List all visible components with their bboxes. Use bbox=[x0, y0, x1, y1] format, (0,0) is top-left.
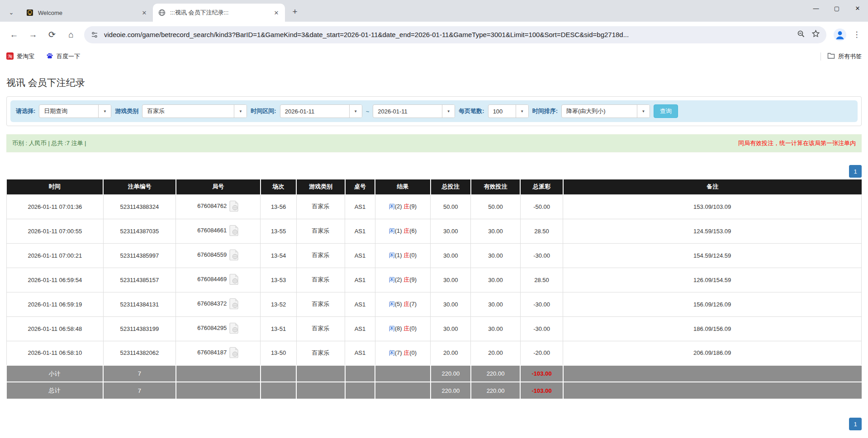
cell-total-bet: 50.00 bbox=[431, 194, 471, 219]
summary-valid-bet: 220.00 bbox=[471, 365, 521, 382]
cell-total-bet: 30.00 bbox=[431, 268, 471, 292]
date-start-select[interactable]: 2026-01-11 ▼ bbox=[280, 104, 362, 118]
chevron-down-icon[interactable]: ▼ bbox=[349, 105, 362, 118]
video-replay-icon[interactable] bbox=[229, 298, 239, 311]
cell-payout: 28.50 bbox=[520, 219, 563, 243]
chevron-down-icon[interactable]: ▼ bbox=[637, 105, 650, 118]
summary-bar: 币别 : 人民币 | 总共 :7 注单 | 同局有效投注，统一计算在该局第一张注… bbox=[6, 134, 862, 152]
video-replay-icon[interactable] bbox=[229, 322, 239, 335]
cell-session: 13-55 bbox=[261, 219, 296, 243]
summary-count: 7 bbox=[103, 382, 176, 399]
top-pagination: 1 bbox=[6, 165, 862, 178]
window-minimize-button[interactable]: — bbox=[806, 0, 826, 16]
tab-search-button[interactable]: ⌄ bbox=[4, 5, 19, 20]
reload-icon[interactable]: ⟳ bbox=[44, 27, 60, 42]
all-bookmarks-button[interactable]: 所有书签 bbox=[827, 52, 862, 61]
cell-result: 闲(1) 庄(0) bbox=[375, 243, 431, 268]
cell-bet-id: 523114382062 bbox=[103, 341, 176, 365]
cell-time: 2026-01-11 06:58:48 bbox=[7, 316, 104, 341]
browser-menu-icon[interactable]: ⋮ bbox=[850, 28, 863, 42]
chevron-down-icon[interactable]: ▼ bbox=[442, 105, 455, 118]
bet-record-table: 时间注单编号局号场次游戏类别桌号结果总投注有效投注总派彩备注 2026-01-1… bbox=[6, 179, 862, 399]
new-tab-button[interactable]: + bbox=[289, 5, 301, 18]
page-1-button[interactable]: 1 bbox=[849, 418, 862, 430]
video-replay-icon[interactable] bbox=[229, 347, 239, 359]
cell-valid-bet: 30.00 bbox=[471, 243, 521, 268]
tab-betrecord[interactable]: :::视讯 会员下注纪录::: ✕ bbox=[153, 4, 285, 22]
column-header: 时间 bbox=[7, 179, 104, 194]
cell-time: 2026-01-11 06:59:19 bbox=[7, 292, 104, 316]
cell-game-kind: 百家乐 bbox=[296, 194, 345, 219]
date-tilde: ~ bbox=[366, 108, 370, 115]
cell-table-no: AS1 bbox=[345, 292, 375, 316]
query-type-select[interactable]: 日期查询 ▼ bbox=[39, 104, 111, 118]
cell-game-kind: 百家乐 bbox=[296, 219, 345, 243]
cell-result: 闲(2) 庄(9) bbox=[375, 194, 431, 219]
video-replay-icon[interactable] bbox=[229, 249, 239, 262]
page-title: 视讯 会员下注纪录 bbox=[6, 74, 862, 96]
cell-game-kind: 百家乐 bbox=[296, 268, 345, 292]
cell-valid-bet: 30.00 bbox=[471, 292, 521, 316]
date-end-select[interactable]: 2026-01-11 ▼ bbox=[373, 104, 455, 118]
date-range-label: 时间区间: bbox=[251, 107, 276, 115]
svg-text:淘: 淘 bbox=[8, 54, 12, 59]
summary-count: 7 bbox=[103, 365, 176, 382]
home-icon[interactable]: ⌂ bbox=[63, 27, 79, 42]
video-replay-icon[interactable] bbox=[229, 273, 239, 286]
cell-bet-id: 523114387035 bbox=[103, 219, 176, 243]
bookmark-label: 百度一下 bbox=[57, 52, 80, 61]
zoom-out-icon[interactable] bbox=[797, 30, 805, 40]
per-page-select[interactable]: 100 ▼ bbox=[488, 104, 529, 118]
cell-table-no: AS1 bbox=[345, 219, 375, 243]
video-replay-icon[interactable] bbox=[229, 200, 239, 213]
cell-total-bet: 30.00 bbox=[431, 243, 471, 268]
chevron-down-icon[interactable]: ▼ bbox=[234, 105, 247, 118]
url-text[interactable]: videoie.com/game/betrecord_search/kind3?… bbox=[104, 31, 792, 38]
bookmark-baidu[interactable]: 百度一下 bbox=[46, 52, 80, 61]
cell-payout: -30.00 bbox=[520, 292, 563, 316]
chevron-down-icon[interactable]: ▼ bbox=[98, 105, 111, 118]
site-info-icon[interactable] bbox=[90, 31, 99, 39]
chevron-down-icon[interactable]: ▼ bbox=[516, 105, 528, 118]
cell-round-id: 676084187 bbox=[176, 341, 261, 365]
video-replay-icon[interactable] bbox=[229, 225, 239, 237]
table-row: 2026-01-11 06:58:48 523114383199 6760842… bbox=[7, 316, 862, 341]
all-bookmarks-label: 所有书签 bbox=[838, 52, 862, 61]
cell-table-no: AS1 bbox=[345, 341, 375, 365]
forward-icon[interactable]: → bbox=[25, 27, 41, 42]
query-button[interactable]: 查询 bbox=[654, 104, 678, 118]
url-bar[interactable]: videoie.com/game/betrecord_search/kind3?… bbox=[84, 26, 826, 43]
table-row: 2026-01-11 07:01:36 523114388324 6760847… bbox=[7, 194, 862, 219]
column-header: 总投注 bbox=[431, 179, 471, 194]
cell-valid-bet: 30.00 bbox=[471, 268, 521, 292]
cell-bet-id: 523114383199 bbox=[103, 316, 176, 341]
page-content: 视讯 会员下注纪录 请选择: 日期查询 ▼ 游戏类别 百家乐 ▼ 时间区间: 2… bbox=[0, 66, 868, 430]
window-maximize-button[interactable]: ▢ bbox=[826, 0, 847, 16]
bookmark-star-icon[interactable] bbox=[811, 29, 820, 40]
cell-note: 124.59/153.09 bbox=[563, 219, 862, 243]
window-close-button[interactable]: ✕ bbox=[847, 0, 868, 16]
tab-title: Welcome bbox=[38, 9, 140, 16]
column-header: 局号 bbox=[176, 179, 261, 194]
cell-session: 13-53 bbox=[261, 268, 296, 292]
tab-title: :::视讯 会员下注纪录::: bbox=[170, 9, 272, 17]
cell-round-id: 676084762 bbox=[176, 194, 261, 219]
column-header: 游戏类别 bbox=[296, 179, 345, 194]
tab-close-icon[interactable]: ✕ bbox=[140, 9, 148, 17]
tab-close-icon[interactable]: ✕ bbox=[272, 9, 280, 17]
cell-game-kind: 百家乐 bbox=[296, 292, 345, 316]
time-sort-select[interactable]: 降幂(由大到小) ▼ bbox=[561, 104, 650, 118]
game-kind-select[interactable]: 百家乐 ▼ bbox=[142, 104, 247, 118]
table-footer: 小计 7 220.00 220.00 -103.00 总计 7 220.00 2… bbox=[7, 365, 862, 399]
back-icon[interactable]: ← bbox=[6, 27, 22, 42]
bookmarks-bar: 淘 爱淘宝 百度一下 所有书签 bbox=[0, 47, 868, 66]
filter-bar: 请选择: 日期查询 ▼ 游戏类别 百家乐 ▼ 时间区间: 2026-01-11 … bbox=[10, 100, 858, 122]
bookmark-aitaobao[interactable]: 淘 爱淘宝 bbox=[6, 52, 34, 61]
cell-bet-id: 523114384131 bbox=[103, 292, 176, 316]
cell-payout: -30.00 bbox=[520, 243, 563, 268]
cell-valid-bet: 20.00 bbox=[471, 341, 521, 365]
profile-avatar[interactable] bbox=[833, 28, 847, 42]
cell-time: 2026-01-11 07:00:55 bbox=[7, 219, 104, 243]
page-1-button[interactable]: 1 bbox=[849, 165, 862, 178]
tab-welcome[interactable]: Welcome ✕ bbox=[21, 4, 153, 22]
